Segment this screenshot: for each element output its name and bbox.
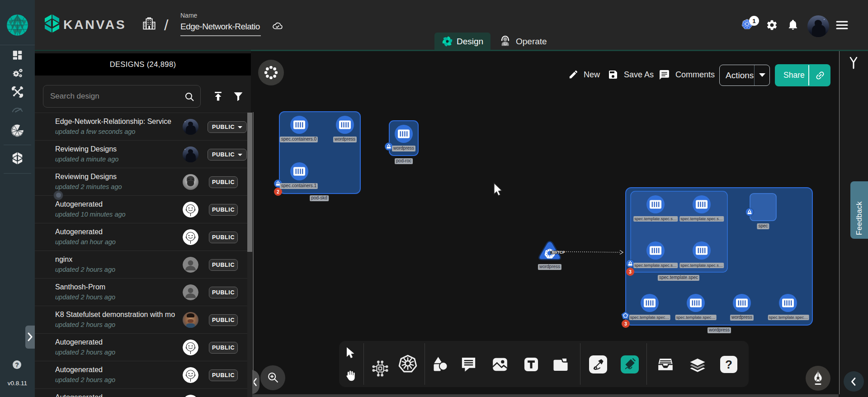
svg-text:3: 3 <box>624 321 627 326</box>
svg-text:2: 2 <box>277 189 279 194</box>
svg-text::80/TCP: :80/TCP <box>551 250 565 255</box>
svg-text:3: 3 <box>629 269 632 274</box>
